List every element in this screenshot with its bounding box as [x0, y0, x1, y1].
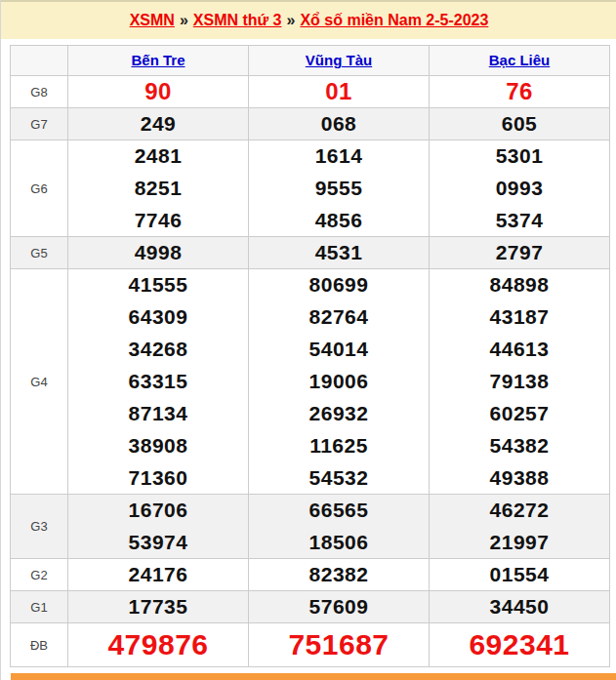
prize-number-g4-col3: 60257 — [430, 398, 610, 430]
prize-number-g6-col1: 8251 — [68, 173, 249, 205]
column-link-bac-lieu[interactable]: Bạc Liêu — [489, 52, 551, 68]
prize-number-g7-col1: 249 — [68, 108, 249, 140]
prize-number-g4-col2: 80699 — [249, 269, 430, 301]
lottery-results-page: XSMN»XSMN thứ 3»Xổ số miền Nam 2-5-2023 … — [0, 0, 616, 680]
prize-number-g1-col3: 34450 — [430, 591, 610, 623]
prize-row-db: ĐB479876751687692341 — [11, 623, 610, 667]
prize-row-g3: 539741850621997 — [11, 527, 610, 559]
prize-number-g3-col3: 21997 — [430, 527, 610, 559]
prize-row-g4: 342685401444613 — [11, 334, 610, 366]
prize-number-g4-col2: 26932 — [249, 398, 430, 430]
breadcrumb-separator: » — [175, 12, 193, 28]
prize-number-g4-col3: 84898 — [430, 269, 610, 301]
prize-number-g8-col1: 90 — [68, 76, 249, 108]
results-table: Bến Tre Vũng Tàu Bạc Liêu G8900176G72490… — [10, 45, 610, 667]
prize-number-g4-col3: 43187 — [430, 301, 610, 334]
results-table-body: Bến Tre Vũng Tàu Bạc Liêu G8900176G72490… — [11, 46, 610, 667]
prize-label-g1: G1 — [11, 591, 68, 623]
prize-number-g4-col2: 19006 — [249, 366, 430, 398]
prize-label-g3: G3 — [11, 495, 68, 559]
prize-row-g1: G1177355760934450 — [11, 591, 610, 623]
prize-number-g3-col1: 16706 — [68, 495, 249, 527]
prize-row-g4: 713605453249388 — [11, 462, 610, 495]
prize-row-g4: 643098276443187 — [11, 301, 610, 334]
prize-number-g4-col2: 11625 — [249, 430, 430, 462]
prize-row-g2: G2241768238201554 — [11, 559, 610, 591]
prize-number-g2-col3: 01554 — [430, 559, 610, 591]
column-link-vung-tau[interactable]: Vũng Tàu — [306, 52, 372, 68]
prize-number-db-col3: 692341 — [430, 623, 610, 667]
prize-number-g4-col2: 82764 — [249, 301, 430, 334]
prize-number-g3-col1: 53974 — [68, 527, 249, 559]
breadcrumb-link-xsmn[interactable]: XSMN — [130, 12, 175, 28]
prize-number-g7-col3: 605 — [430, 108, 610, 140]
prize-row-g6: 774648565374 — [11, 205, 610, 237]
prize-number-g6-col2: 1614 — [249, 140, 430, 173]
prize-number-g2-col1: 24176 — [68, 559, 249, 591]
prize-number-g4-col3: 54382 — [430, 430, 610, 462]
prize-number-db-col2: 751687 — [249, 623, 430, 667]
prize-number-g4-col2: 54532 — [249, 462, 430, 495]
prize-number-g5-col3: 2797 — [430, 237, 610, 269]
prize-number-g3-col2: 18506 — [249, 527, 430, 559]
prize-number-g7-col2: 068 — [249, 108, 430, 140]
prize-number-g4-col1: 34268 — [68, 334, 249, 366]
prize-row-g6: G6248116145301 — [11, 140, 610, 173]
prize-number-g4-col1: 71360 — [68, 462, 249, 495]
prize-label-db: ĐB — [11, 623, 68, 667]
prize-number-g8-col2: 01 — [249, 76, 430, 108]
prize-label-g6: G6 — [11, 140, 68, 237]
prize-number-g6-col2: 9555 — [249, 173, 430, 205]
prize-number-g6-col2: 4856 — [249, 205, 430, 237]
prize-number-g4-col3: 79138 — [430, 366, 610, 398]
column-header-row: Bến Tre Vũng Tàu Bạc Liêu — [11, 46, 610, 76]
prize-label-g4: G4 — [11, 269, 68, 495]
prize-number-g6-col1: 7746 — [68, 205, 249, 237]
prize-label-g7: G7 — [11, 108, 68, 140]
breadcrumb-link-xsmn-thu3[interactable]: XSMN thứ 3 — [193, 12, 282, 28]
prize-number-g6-col3: 0993 — [430, 173, 610, 205]
prize-number-g4-col3: 44613 — [430, 334, 610, 366]
prize-number-g4-col1: 38908 — [68, 430, 249, 462]
prize-number-g4-col3: 49388 — [430, 462, 610, 495]
prize-number-g1-col1: 17735 — [68, 591, 249, 623]
breadcrumb: XSMN»XSMN thứ 3»Xổ số miền Nam 2-5-2023 — [130, 12, 489, 29]
prize-number-g4-col1: 63315 — [68, 366, 249, 398]
prize-number-g1-col2: 57609 — [249, 591, 430, 623]
prize-row-g4: 633151900679138 — [11, 366, 610, 398]
prize-row-g8: G8900176 — [11, 76, 610, 108]
prize-number-g8-col3: 76 — [430, 76, 610, 108]
prize-number-db-col1: 479876 — [68, 623, 249, 667]
prize-number-g4-col1: 87134 — [68, 398, 249, 430]
column-link-ben-tre[interactable]: Bến Tre — [131, 52, 185, 68]
prize-row-g5: G5499845312797 — [11, 237, 610, 269]
prize-row-g4: 389081162554382 — [11, 430, 610, 462]
prize-row-g3: G3167066656546272 — [11, 495, 610, 527]
prize-number-g2-col2: 82382 — [249, 559, 430, 591]
bottom-orange-bar — [11, 673, 616, 680]
prize-label-g5: G5 — [11, 237, 68, 269]
breadcrumb-band: XSMN»XSMN thứ 3»Xổ số miền Nam 2-5-2023 — [1, 0, 616, 39]
prize-number-g6-col3: 5301 — [430, 140, 610, 173]
prize-number-g4-col2: 54014 — [249, 334, 430, 366]
prize-row-g4: 871342693260257 — [11, 398, 610, 430]
prize-number-g3-col3: 46272 — [430, 495, 610, 527]
prize-number-g5-col1: 4998 — [68, 237, 249, 269]
prize-label-g2: G2 — [11, 559, 68, 591]
prize-number-g6-col1: 2481 — [68, 140, 249, 173]
prize-label-g8: G8 — [11, 76, 68, 108]
prize-number-g6-col3: 5374 — [430, 205, 610, 237]
prize-number-g5-col2: 4531 — [249, 237, 430, 269]
prize-row-g4: G4415558069984898 — [11, 269, 610, 301]
prize-number-g4-col1: 64309 — [68, 301, 249, 334]
prize-number-g4-col1: 41555 — [68, 269, 249, 301]
breadcrumb-separator: » — [281, 12, 300, 28]
corner-cell — [11, 46, 68, 76]
prize-row-g6: 825195550993 — [11, 173, 610, 205]
prize-number-g3-col2: 66565 — [249, 495, 430, 527]
prize-row-g7: G7249068605 — [11, 108, 610, 140]
breadcrumb-link-date[interactable]: Xổ số miền Nam 2-5-2023 — [300, 12, 488, 28]
